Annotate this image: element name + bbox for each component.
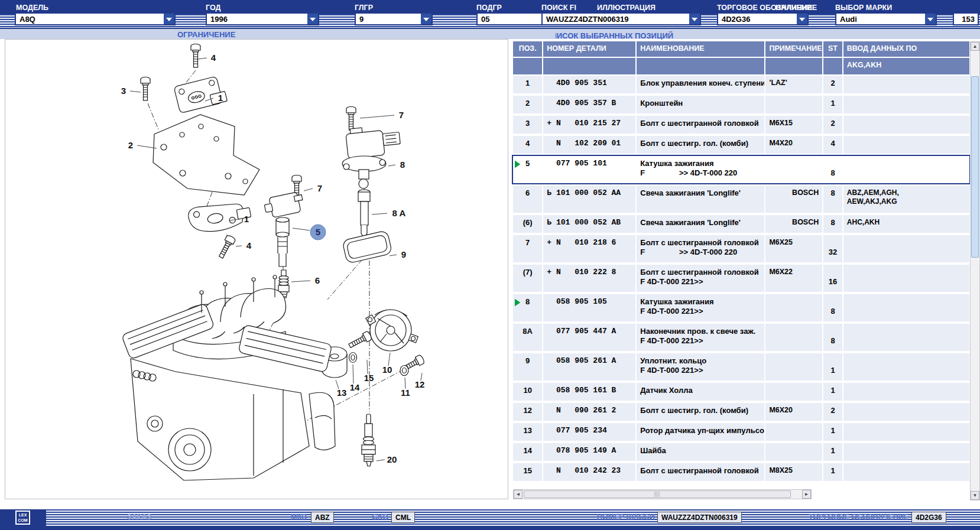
table-row-pos-2[interactable]: 2 4D0 905 357 BКронштейн1	[513, 96, 969, 113]
quantity: 8	[823, 215, 842, 233]
table-row-pos-8[interactable]: 8 058 905 105Катушка зажиганияF 4D-T-000…	[513, 294, 969, 321]
callout-number-14[interactable]: 14	[350, 382, 360, 392]
table-row-pos-3[interactable]: 3+ N 010 215 27Болт с шестигранной голов…	[513, 116, 969, 134]
vertical-scroll-thumb[interactable]	[971, 76, 979, 258]
quantity: 1	[823, 423, 842, 441]
column-subheader-2	[637, 58, 764, 74]
position-number: 4	[525, 139, 530, 148]
table-row-pos-12[interactable]: 12 N 090 261 2Болт с шестигр. гол. (комб…	[513, 403, 969, 421]
column-header-5[interactable]: ВВОД ДАННЫХ ПО	[843, 41, 969, 57]
part-name: Блок управления конеч. ступени	[640, 79, 764, 88]
part-number: 058 905 161 B	[543, 383, 635, 401]
callout-leader-line	[360, 115, 394, 118]
callout-number-12[interactable]: 12	[415, 379, 425, 389]
order-button[interactable]: ЗАКАЗ	[127, 513, 151, 521]
callout-number-3[interactable]: 3	[121, 86, 126, 96]
table-row-pos-8A[interactable]: 8A 077 905 447 AНаконечник пров. к свече…	[513, 324, 969, 351]
callout-number-8A[interactable]: 8 A	[392, 208, 406, 218]
chevron-down-icon[interactable]	[688, 14, 700, 24]
poisk-fi-combobox[interactable]: WAUZZZ4DZTN006319	[541, 12, 701, 25]
table-row-pos-7[interactable]: 7+ N 010 218 6Болт с шестигранной головк…	[513, 235, 969, 262]
part-name: Датчик Холла	[640, 386, 764, 395]
chevron-down-icon[interactable]	[924, 14, 936, 24]
gkb-value: CML	[391, 512, 415, 523]
callout-number-20[interactable]: 20	[387, 454, 397, 464]
plug-connector-8a	[358, 190, 370, 238]
horizontal-scrollbar[interactable]: ◄ ||| ►	[513, 489, 812, 499]
podgr-value: 05	[478, 14, 544, 24]
callout-number-1[interactable]: 1	[218, 93, 223, 103]
column-header-4[interactable]: ST	[823, 41, 842, 57]
scroll-right-icon[interactable]: ►	[802, 490, 811, 499]
highlighted-callout-number-5[interactable]: 5	[316, 227, 320, 237]
data-entry-cell	[843, 324, 969, 351]
trade-code-combobox[interactable]: 4D2G36	[717, 12, 809, 25]
position-number: 10	[523, 386, 531, 395]
callout-number-4[interactable]: 4	[211, 53, 216, 63]
callout-number-6[interactable]: 6	[315, 275, 320, 285]
chevron-down-icon[interactable]	[306, 14, 318, 24]
glgr-combobox[interactable]: 9	[355, 12, 433, 25]
table-row-pos-15[interactable]: 15 N 010 242 23Болт с шестигранной голов…	[513, 463, 969, 481]
spark-plug-20	[362, 414, 375, 466]
callout-number-15[interactable]: 15	[364, 373, 374, 383]
column-header-1[interactable]: НОМЕР ДЕТАЛИ	[543, 41, 635, 57]
bolt-3	[141, 77, 150, 101]
callout-number-7[interactable]: 7	[317, 183, 322, 193]
scroll-up-icon[interactable]: ▲	[971, 42, 979, 51]
part-note: BOSCH	[765, 186, 822, 213]
chevron-down-icon[interactable]	[796, 14, 807, 24]
selected-positions-label[interactable]: СПИСОК ВЫБРАННЫХ ПОЗИЦИЙ	[556, 31, 673, 40]
scroll-down-icon[interactable]: ▼	[971, 491, 979, 500]
data-entry-cell	[843, 136, 969, 154]
table-row-pos-(7)[interactable]: (7)+ N 010 222 8Болт с шестигранной голо…	[513, 265, 969, 292]
table-row-pos-5[interactable]: 5 077 905 101Катушка зажиганияF >> 4D-T-…	[513, 156, 969, 183]
part-number: + N 010 218 6	[543, 235, 635, 262]
engine-illustration	[121, 275, 335, 480]
callout-number-1[interactable]: 1	[244, 214, 249, 224]
bottom-strip	[0, 526, 980, 530]
limitation-label[interactable]: ОГРАНИЧЕНИЕ	[177, 30, 235, 39]
vertical-scrollbar[interactable]: ▲ ▼	[970, 41, 980, 500]
part-number: N 102 209 01	[543, 136, 635, 154]
table-row-pos-4[interactable]: 4 N 102 209 01Болт с шестигр. гол. (комб…	[513, 136, 969, 154]
table-row-pos-(6)[interactable]: (6)Ь 101 000 052 ABСвеча зажигания 'Long…	[513, 215, 969, 233]
callout-number-10[interactable]: 10	[382, 365, 392, 375]
table-row-pos-1[interactable]: 1 4D0 905 351Блок управления конеч. ступ…	[513, 76, 969, 93]
bracket-plate	[153, 115, 259, 195]
position-number: 13	[523, 426, 531, 435]
horizontal-scroll-thumb[interactable]: |||	[524, 490, 791, 498]
column-header-2[interactable]: НАИМЕНОВАНИЕ	[637, 41, 764, 57]
year-combobox[interactable]: 1996	[206, 12, 319, 25]
ring-11	[400, 366, 408, 376]
brand-combobox[interactable]: Audi	[835, 12, 937, 25]
part-note: M6X25	[765, 235, 822, 262]
table-row-pos-9[interactable]: 9 058 905 261 AУплотнит. кольцоF 4D-T-00…	[513, 353, 969, 381]
callout-number-2[interactable]: 2	[128, 140, 133, 150]
callout-number-13[interactable]: 13	[337, 388, 347, 398]
callout-number-11[interactable]: 11	[401, 388, 410, 398]
model-combobox[interactable]: A8Q	[15, 12, 176, 25]
table-row-pos-13[interactable]: 13 077 905 234Ротор датчика уп-щих импул…	[513, 423, 969, 441]
quantity: 8	[823, 156, 842, 183]
year-label: ГОД	[206, 4, 220, 12]
callout-number-7[interactable]: 7	[399, 110, 404, 120]
gasket-9	[342, 230, 392, 264]
callout-number-4[interactable]: 4	[246, 240, 252, 251]
part-note	[765, 156, 822, 183]
ignition-coil-8	[342, 124, 401, 188]
column-header-0[interactable]: ПОЗ.	[513, 41, 542, 57]
column-header-3[interactable]: ПРИМЕЧАНИЕ	[765, 41, 822, 57]
part-number: 077 905 101	[543, 156, 635, 183]
bolt-4-top	[191, 44, 200, 68]
callout-leader-line	[372, 213, 387, 214]
gkb-label: GKB	[372, 513, 388, 521]
scroll-left-icon[interactable]: ◄	[514, 490, 523, 499]
table-row-pos-6[interactable]: 6Ь 101 000 052 AAСвеча зажигания 'Longli…	[513, 186, 969, 213]
callout-number-8[interactable]: 8	[400, 160, 405, 170]
chevron-down-icon[interactable]	[163, 14, 174, 24]
callout-number-9[interactable]: 9	[401, 249, 406, 259]
table-row-pos-14[interactable]: 14 078 905 149 AШайба1	[513, 443, 969, 461]
chevron-down-icon[interactable]	[420, 14, 431, 24]
table-row-pos-10[interactable]: 10 058 905 161 BДатчик Холла1	[513, 383, 969, 401]
